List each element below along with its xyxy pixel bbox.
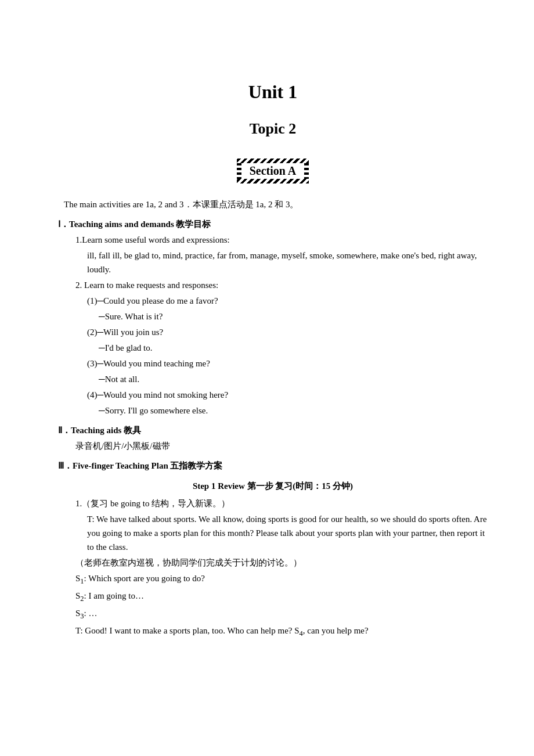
step1-item-5: S2: I am going to… [58, 589, 488, 604]
teaching-aids-content: 录音机/图片/小黑板/磁带 [58, 439, 488, 453]
learn-requests-label: 2. Learn to make requests and responses: [58, 278, 488, 292]
words-list: ill, fall ill, be glad to, mind, practic… [58, 249, 488, 276]
teaching-aids-heading: Ⅱ．Teaching aids 教具 [58, 423, 488, 437]
step1-item-3: （老师在教室内巡视，协助同学们完成关于计划的讨论。） [58, 556, 488, 570]
page-container: Unit 1 Topic 2 Section A The main activi… [58, 81, 488, 639]
five-finger-heading: Ⅲ．Five-finger Teaching Plan 五指教学方案 [58, 459, 488, 473]
step1-item-7: T: Good! I want to make a sports plan, t… [58, 624, 488, 639]
main-activities: The main activities are 1a, 2 and 3．本课重点… [58, 197, 488, 211]
unit-title: Unit 1 [58, 81, 488, 103]
dialog-4a: (4)─Would you mind not smoking here? [58, 388, 488, 402]
learn-words-label: 1.Learn some useful words and expression… [58, 233, 488, 247]
dialog-1b: ─Sure. What is it? [58, 309, 488, 323]
topic-title: Topic 2 [58, 120, 488, 138]
step1-item-6: S3: … [58, 606, 488, 622]
step1-heading: Step 1 Review 第一步 复习(时间：15 分钟) [58, 481, 488, 492]
badge-left-side [237, 163, 241, 179]
section-label: Section A [241, 163, 305, 179]
step1-item-2: T: We have talked about sports. We all k… [58, 512, 488, 554]
section-badge: Section A [58, 155, 488, 187]
dialog-1a: (1)─Could you please do me a favor? [58, 294, 488, 308]
dialog-3a: (3)─Would you mind teaching me? [58, 357, 488, 370]
section-badge-inner: Section A [225, 155, 321, 187]
dialog-2b: ─I'd be glad to. [58, 341, 488, 355]
badge-sides: Section A [237, 163, 309, 179]
step1-item-1: 1.（复习 be going to 结构，导入新课。） [58, 496, 488, 510]
dialog-3b: ─Not at all. [58, 372, 488, 386]
dialog-4b: ─Sorry. I'll go somewhere else. [58, 404, 488, 417]
step1-item-4: S1: Which sport are you going to do? [58, 571, 488, 587]
badge-right-side [304, 163, 309, 179]
dialog-2a: (2)─Will you join us? [58, 325, 488, 339]
teaching-aims-heading: Ⅰ．Teaching aims and demands 教学目标 [58, 217, 488, 231]
